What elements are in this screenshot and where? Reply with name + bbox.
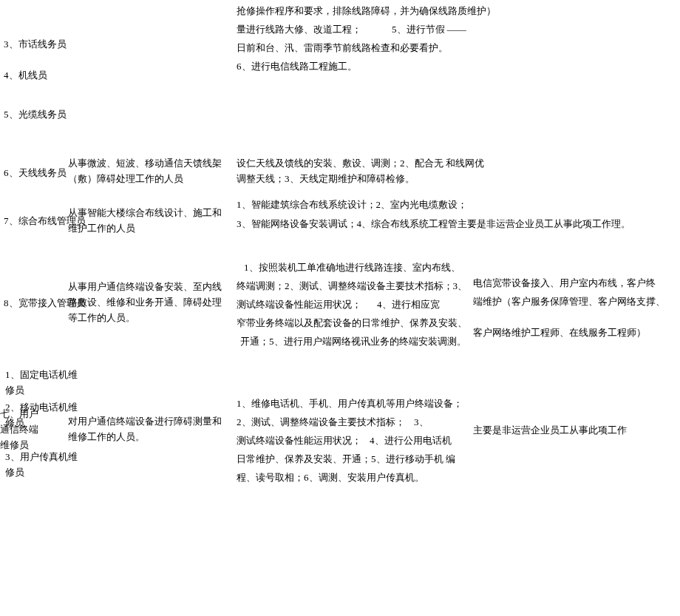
task-sub2b: 3、 [414,415,429,430]
task-8c: 测试终端设备性能运用状况； [237,297,361,313]
task-7b: 3、智能网络设备安装调试；4、综合布线系统工程管主要是非运营企业员工从事此项工作… [237,217,673,232]
task-6: 设仁天线及馈线的安装、敷设、调测；2、配合无 和线网优调整天线；3、天线定期维护… [237,156,488,187]
task-sub1: 1、维修电话机、手机、用户传真机等用户终端设备； [237,396,463,412]
task-top-line1: 抢修操作程序和要求，排除线路障碍，并为确保线路质维护） [237,4,496,19]
remark-8a: 电信宽带设备接入、用户室内布线，客户终 [473,276,656,291]
desc-8: 从事用户通信终端设备安装、至内线路敷设、维修和业务开通、障碍处理等工作的人员。 [68,280,227,325]
sub-item-3: 3、用户传真机维修员 [5,450,79,481]
task-8a: 1、按照装机工单准确地进行线路连接、室内布线、 [244,260,460,276]
item-4: 4、机线员 [4,68,47,84]
task-top-line2: 量进行线路大修、改道工程； [237,22,361,38]
desc-6: 从事微波、短波、移动通信天馈线架（敷）障碍处理工作的人员 [68,156,231,187]
item-6: 6、天线线务员 [4,166,67,181]
remark-sub: 主要是非运营企业员工从事此项工作 [473,423,627,439]
task-8d: 窄带业务终端以及配套设备的日常维护、保养及安装、 [237,316,467,331]
task-sub4: 日常维护、保养及安装、开通；5、进行移动手机 编 [237,452,455,467]
remark-8b: 端维护（客户服务保障管理、客户网络支撑、 [473,294,665,310]
task-sub3: 测试终端设备性能运用状况； [237,433,361,449]
task-7a: 1、智能建筑综合布线系统设计；2、室内光电缆敷设； [237,197,467,213]
task-top-line3: 日前和台、汛、雷雨季节前线路检查和必要看护。 [237,41,448,56]
remark-8c: 客户网络维护工程师、在线服务工程师） [473,325,646,341]
item-3: 3、市话线务员 [4,37,67,53]
category-7: 七、用户通信终端维修员 [0,407,44,453]
desc-7: 从事智能大楼综合布线设计、施工和维护工作的人员 [68,206,231,237]
desc-sub: 对用户通信终端设备进行障碍测量和维修工作的人员。 [68,414,231,445]
task-sub2: 2、测试、调整终端设备主要技术指标； [237,415,405,430]
task-sub3b: 4、进行公用电话机 [370,433,452,449]
item-5: 5、光缆线务员 [4,107,67,123]
task-8c2: 4、进行相应宽 [377,297,440,313]
task-8e: 开通；5、进行用户端网络视讯业务的终端安装调测。 [240,334,466,350]
task-top-line4: 6、进行电信线路工程施工。 [237,59,357,75]
task-sub5: 程、读号取相；6、调测、安装用户传真机。 [237,470,424,486]
task-8b: 终端调测；2、测试、调整终端设备主要技术指标；3、 [237,279,467,294]
task-top-line2b: 5、进行节假 —— [392,22,466,38]
sub-item-1: 1、固定电话机维修员 [5,368,79,399]
